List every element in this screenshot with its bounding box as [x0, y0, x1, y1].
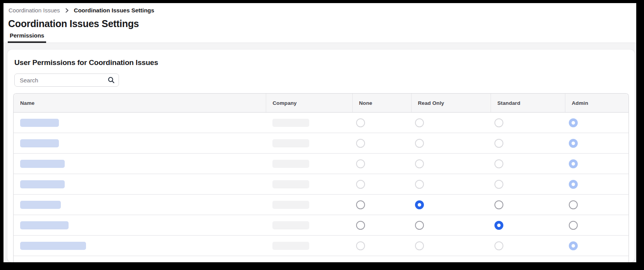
- radio-standard[interactable]: [494, 118, 503, 127]
- company-skeleton: [272, 160, 309, 168]
- radio-read-only[interactable]: [415, 241, 424, 250]
- table-row: [14, 215, 629, 236]
- radio-standard[interactable]: [494, 139, 503, 148]
- breadcrumb-link-parent[interactable]: Coordination Issues: [9, 7, 60, 14]
- radio-admin[interactable]: [569, 139, 578, 148]
- company-skeleton: [272, 242, 309, 250]
- name-skeleton: [20, 119, 59, 127]
- radio-none[interactable]: [356, 159, 365, 168]
- table-header: Name Company None Read Only Standard Adm…: [14, 94, 629, 113]
- radio-standard[interactable]: [494, 159, 503, 168]
- table-row: [14, 133, 629, 154]
- table-row: [14, 113, 629, 133]
- radio-read-only[interactable]: [415, 139, 424, 148]
- name-skeleton: [20, 201, 61, 209]
- radio-read-only[interactable]: [415, 200, 424, 209]
- table-row: [14, 236, 629, 256]
- radio-admin[interactable]: [569, 221, 578, 230]
- search-input[interactable]: [14, 73, 119, 87]
- radio-none[interactable]: [356, 221, 365, 230]
- radio-admin[interactable]: [569, 159, 578, 168]
- permissions-table: Name Company None Read Only Standard Adm…: [13, 93, 629, 262]
- name-skeleton: [20, 242, 86, 250]
- permissions-panel: User Permissions for Coordination Issues: [7, 50, 635, 262]
- panel-heading: User Permissions for Coordination Issues: [14, 58, 629, 67]
- tab-permissions[interactable]: Permissions: [8, 32, 46, 43]
- radio-admin[interactable]: [569, 180, 578, 189]
- company-skeleton: [272, 119, 309, 127]
- column-header-standard: Standard: [491, 94, 565, 113]
- name-skeleton: [20, 160, 65, 168]
- table-row: [14, 195, 629, 215]
- column-header-company: Company: [266, 94, 352, 113]
- radio-admin[interactable]: [569, 200, 578, 209]
- company-skeleton: [272, 201, 309, 209]
- company-skeleton: [272, 139, 309, 147]
- radio-admin[interactable]: [569, 118, 578, 127]
- column-header-read-only: Read Only: [411, 94, 491, 113]
- name-skeleton: [20, 139, 59, 147]
- breadcrumb: Coordination Issues Coordination Issues …: [9, 7, 636, 14]
- company-skeleton: [272, 221, 309, 229]
- radio-standard[interactable]: [494, 241, 503, 250]
- table-row: [14, 174, 629, 195]
- name-skeleton: [20, 221, 69, 229]
- page-title: Coordination Issues Settings: [8, 18, 636, 29]
- radio-admin[interactable]: [569, 241, 578, 250]
- breadcrumb-current: Coordination Issues Settings: [74, 7, 155, 14]
- page-body: User Permissions for Coordination Issues: [3, 43, 636, 262]
- column-header-name: Name: [14, 94, 266, 113]
- search-box: [14, 73, 119, 87]
- permissions-table-body: [14, 113, 629, 256]
- radio-none[interactable]: [356, 118, 365, 127]
- table-row: [14, 154, 629, 174]
- chevron-right-icon: [64, 8, 70, 13]
- radio-none[interactable]: [356, 139, 365, 148]
- company-skeleton: [272, 180, 309, 188]
- radio-read-only[interactable]: [415, 180, 424, 189]
- radio-read-only[interactable]: [415, 159, 424, 168]
- radio-standard[interactable]: [494, 180, 503, 189]
- column-header-none: None: [352, 94, 411, 113]
- page-header: Coordination Issues Coordination Issues …: [3, 3, 636, 43]
- radio-standard[interactable]: [494, 221, 503, 230]
- name-skeleton: [20, 180, 65, 188]
- radio-read-only[interactable]: [415, 221, 424, 230]
- radio-read-only[interactable]: [415, 118, 424, 127]
- column-header-admin: Admin: [565, 94, 629, 113]
- radio-none[interactable]: [356, 180, 365, 189]
- app-window: Coordination Issues Coordination Issues …: [3, 3, 636, 262]
- radio-standard[interactable]: [494, 200, 503, 209]
- radio-none[interactable]: [356, 200, 365, 209]
- radio-none[interactable]: [356, 241, 365, 250]
